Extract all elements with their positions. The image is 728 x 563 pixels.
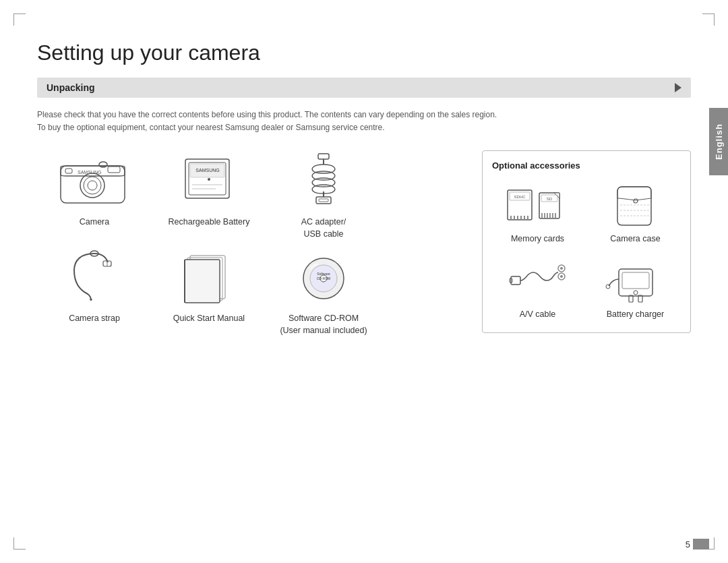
software-cd-rom-icon: Software CD-ROM xyxy=(283,247,364,307)
opt-item-memory-cards: SDHC xyxy=(492,181,583,243)
svg-point-13 xyxy=(208,178,210,181)
svg-text:SAMSUNG: SAMSUNG xyxy=(195,168,219,173)
item-rechargeable-battery: SAMSUNG Rechargeable Battery xyxy=(152,150,266,240)
svg-point-52 xyxy=(634,199,638,203)
ac-adapter-label: AC adapter/USB cable xyxy=(301,216,346,240)
svg-rect-7 xyxy=(108,167,120,173)
quick-start-manual-label: Quick Start Manual xyxy=(173,313,245,325)
svg-text:SDHC: SDHC xyxy=(514,195,526,199)
svg-point-3 xyxy=(84,177,101,194)
software-cd-rom-label: Software CD-ROM(User manual included) xyxy=(280,313,367,336)
ac-adapter-icon xyxy=(283,150,364,211)
svg-point-61 xyxy=(634,291,638,295)
main-content: Setting up your camera Unpacking Please … xyxy=(37,40,691,536)
memory-cards-label: Memory cards xyxy=(511,234,564,243)
camera-case-icon xyxy=(602,181,669,229)
camera-icon: SAMSUNG xyxy=(54,150,135,211)
svg-point-4 xyxy=(88,181,97,190)
svg-point-8 xyxy=(99,162,107,167)
items-row-1: SAMSUNG Camera xyxy=(37,150,468,240)
camera-label: Camera xyxy=(80,216,109,229)
optional-grid: SDHC xyxy=(492,181,681,319)
svg-point-58 xyxy=(560,275,563,278)
item-ac-adapter: AC adapter/USB cable xyxy=(266,150,381,240)
optional-accessories-box: Optional accessories SDHC xyxy=(482,150,691,333)
svg-text:SD: SD xyxy=(546,197,552,201)
page-title: Setting up your camera xyxy=(37,40,691,65)
svg-text:SAMSUNG: SAMSUNG xyxy=(78,170,101,175)
svg-rect-60 xyxy=(622,272,649,289)
section-title: Unpacking xyxy=(47,82,95,93)
opt-item-camera-case: Camera case xyxy=(590,181,681,243)
svg-rect-16 xyxy=(318,154,329,159)
page-number: 5 xyxy=(686,539,690,550)
description-text: Please check that you have the correct c… xyxy=(37,109,617,134)
item-quick-start-manual: Quick Start Manual xyxy=(152,247,266,336)
camera-strap-label: Camera strap xyxy=(69,313,120,325)
svg-rect-5 xyxy=(65,169,72,173)
svg-point-56 xyxy=(560,267,563,270)
page-bar-accent xyxy=(693,539,709,550)
item-camera: SAMSUNG Camera xyxy=(37,150,152,240)
page-number-bar: 5 xyxy=(686,539,709,550)
corner-mark-tr xyxy=(702,13,715,26)
items-area: SAMSUNG Camera xyxy=(37,150,691,343)
rechargeable-battery-label: Rechargeable Battery xyxy=(169,216,250,229)
memory-cards-icon: SDHC xyxy=(504,181,572,229)
battery-charger-label: Battery charger xyxy=(607,309,664,319)
optional-title: Optional accessories xyxy=(492,160,681,171)
svg-rect-27 xyxy=(185,260,220,303)
main-items-grid: SAMSUNG Camera xyxy=(37,150,468,343)
av-cable-icon xyxy=(504,257,572,304)
svg-rect-20 xyxy=(319,199,328,202)
svg-text:CD-ROM: CD-ROM xyxy=(317,276,331,280)
corner-mark-bl xyxy=(13,537,26,550)
battery-charger-icon xyxy=(602,257,669,304)
svg-text:Software: Software xyxy=(317,272,330,276)
av-cable-label: A/V cable xyxy=(520,309,556,319)
svg-point-64 xyxy=(606,285,610,289)
rechargeable-battery-icon: SAMSUNG xyxy=(169,150,249,211)
section-arrow-icon xyxy=(675,83,681,92)
item-camera-strap: Camera strap xyxy=(37,247,152,336)
corner-mark-tl xyxy=(13,13,26,26)
svg-rect-19 xyxy=(316,197,331,204)
language-tab: English xyxy=(709,108,728,175)
section-header: Unpacking xyxy=(37,78,691,98)
camera-case-label: Camera case xyxy=(610,234,660,243)
svg-rect-59 xyxy=(619,269,653,296)
items-row-2: Camera strap xyxy=(37,247,468,336)
camera-strap-icon xyxy=(54,247,135,307)
quick-start-manual-icon xyxy=(169,247,249,307)
item-software-cd-rom: Software CD-ROM Software CD-ROM(User man… xyxy=(266,247,381,336)
opt-item-battery-charger: Battery charger xyxy=(590,257,681,319)
opt-item-av-cable: A/V cable xyxy=(492,257,583,319)
